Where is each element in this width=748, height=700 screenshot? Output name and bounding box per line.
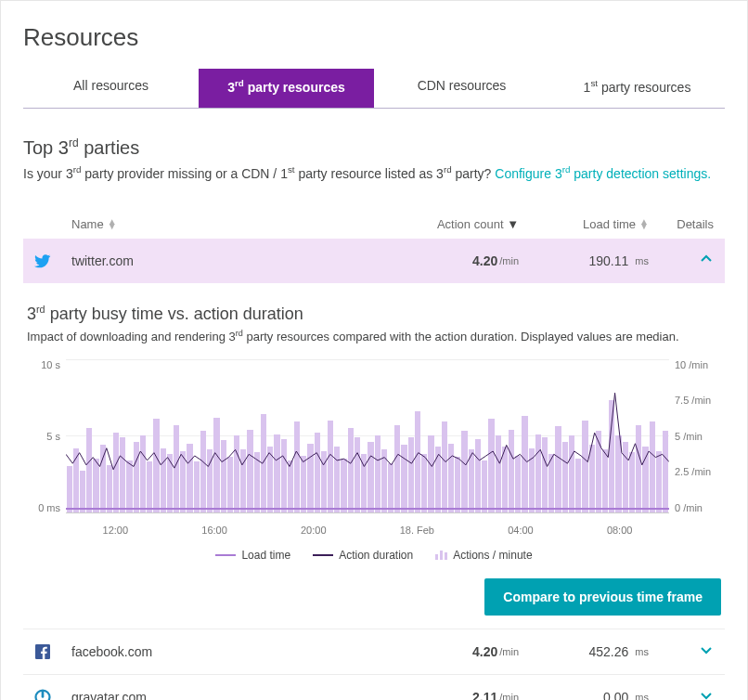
table-row[interactable]: twitter.com 4.20/min 190.11 ms	[23, 239, 725, 283]
cell-load: 190.11 ms	[519, 253, 649, 268]
cell-name: facebook.com	[71, 644, 352, 659]
facebook-icon	[34, 643, 51, 660]
legend-action-duration: Action duration	[313, 549, 413, 562]
cell-name: gravatar.com	[71, 690, 352, 700]
plot-area	[66, 359, 669, 513]
legend-actions-per-min: Actions / minute	[435, 549, 532, 562]
table-row[interactable]: facebook.com 4.20/min 452.26 ms	[23, 629, 725, 674]
table-row[interactable]: gravatar.com 2.11/min 0.00 ms	[23, 674, 725, 700]
chevron-up-icon[interactable]	[699, 252, 714, 270]
col-load-time[interactable]: Load time▲▼	[519, 217, 649, 231]
chevron-down-icon[interactable]	[699, 688, 714, 700]
load-time-line	[66, 508, 669, 510]
section-description: Is your 3rd party provider missing or a …	[23, 163, 725, 184]
cell-load: 452.26 ms	[519, 644, 649, 659]
cell-load: 0.00 ms	[519, 690, 649, 700]
tab-cdn-resources[interactable]: CDN resources	[374, 69, 549, 108]
cell-action: 2.11/min	[352, 690, 519, 700]
y-axis-right: 10 /min 7.5 /min 5 /min 2.5 /min 0 /min	[669, 359, 721, 536]
tab-all-resources[interactable]: All resources	[23, 69, 199, 108]
sort-icon: ▲▼	[108, 219, 117, 228]
chevron-down-icon[interactable]	[699, 642, 714, 661]
col-action-count[interactable]: Action count ▼	[352, 217, 519, 231]
chart-legend: Load time Action duration Actions / minu…	[27, 549, 721, 562]
cell-action: 4.20/min	[352, 644, 519, 659]
x-axis: 12:00 16:00 20:00 18. Feb 04:00 08:00	[66, 525, 669, 536]
y-axis-left: 10 s 5 s 0 ms	[27, 359, 66, 536]
table-header: Name▲▼ Action count ▼ Load time▲▼ Detail…	[23, 210, 725, 239]
chart-title: 3rd party busy time vs. action duration	[27, 304, 721, 324]
gravatar-icon	[34, 689, 51, 700]
chart: 10 s 5 s 0 ms 10 /min 7.5 /min 5 /min 2.…	[27, 359, 721, 536]
third-party-table: Name▲▼ Action count ▼ Load time▲▼ Detail…	[23, 210, 725, 700]
page-title: Resources	[23, 23, 725, 52]
cell-name: twitter.com	[71, 253, 352, 268]
tab-1st-party-resources[interactable]: 1st party resources	[549, 69, 725, 108]
resources-panel: Resources All resources 3rd party resour…	[0, 0, 748, 700]
compare-button[interactable]: Compare to previous time frame	[484, 578, 721, 616]
legend-load-time: Load time	[215, 549, 290, 562]
section-heading: Top 3rd parties	[23, 136, 725, 159]
tabs: All resources 3rd party resources CDN re…	[23, 69, 725, 109]
col-details: Details	[649, 217, 714, 231]
cell-action: 4.20/min	[352, 253, 519, 268]
chart-section: 3rd party busy time vs. action duration …	[23, 283, 725, 616]
col-name[interactable]: Name▲▼	[71, 217, 352, 231]
svg-rect-2	[42, 690, 45, 697]
tab-3rd-party-resources[interactable]: 3rd party resources	[199, 69, 374, 108]
configure-detection-link[interactable]: Configure 3rd party detection settings.	[495, 166, 711, 181]
twitter-icon	[34, 253, 51, 269]
chart-description: Impact of downloading and rendering 3rd …	[27, 328, 721, 346]
sort-icon: ▲▼	[639, 219, 649, 228]
